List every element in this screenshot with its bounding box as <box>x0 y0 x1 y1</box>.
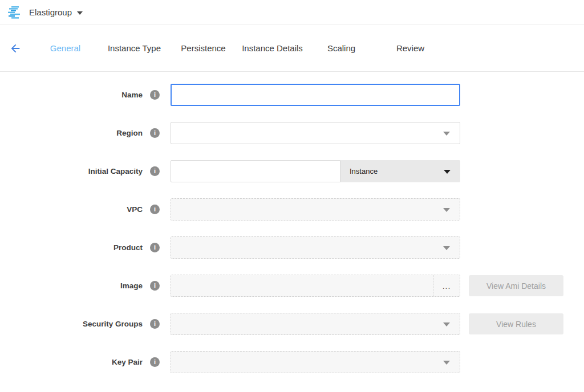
product-select[interactable] <box>171 236 460 259</box>
tab-general[interactable]: General <box>31 43 100 53</box>
info-icon[interactable]: i <box>150 319 160 329</box>
tab-review[interactable]: Review <box>376 43 445 53</box>
tab-scaling[interactable]: Scaling <box>307 43 376 53</box>
field-row-initial-capacity: Initial Capacity i Instance <box>0 160 584 182</box>
info-icon[interactable]: i <box>150 166 160 176</box>
view-rules-button[interactable]: View Rules <box>469 313 563 334</box>
field-row-name: Name i <box>0 84 584 106</box>
chevron-down-icon <box>77 11 83 15</box>
app-switcher[interactable]: Elastigroup <box>8 6 83 19</box>
chevron-down-icon <box>443 246 450 250</box>
arrow-left-icon <box>9 42 22 55</box>
view-ami-details-button[interactable]: View Ami Details <box>469 275 563 296</box>
capacity-unit-select[interactable]: Instance <box>340 160 460 182</box>
field-row-product: Product i <box>0 236 584 259</box>
name-input[interactable] <box>171 84 460 106</box>
general-settings-form: Name i Region i Initial Capacity i <box>0 72 584 373</box>
key-pair-label: Key Pair <box>112 358 143 366</box>
back-button[interactable] <box>0 42 31 55</box>
name-label: Name <box>121 91 143 99</box>
field-row-image: Image i ... View Ami Details <box>0 275 584 297</box>
image-label: Image <box>120 281 143 290</box>
info-icon[interactable]: i <box>150 281 160 291</box>
product-label: Product <box>113 243 143 252</box>
app-bar: Elastigroup <box>0 0 584 25</box>
chevron-down-icon <box>443 132 450 136</box>
initial-capacity-input[interactable] <box>171 160 340 182</box>
field-row-key-pair: Key Pair i <box>0 351 584 373</box>
security-groups-select[interactable] <box>171 313 460 335</box>
info-icon[interactable]: i <box>150 243 160 252</box>
chevron-down-icon <box>443 208 450 212</box>
region-select[interactable] <box>171 122 460 144</box>
info-icon[interactable]: i <box>150 357 160 367</box>
chevron-down-icon <box>443 322 450 326</box>
key-pair-select[interactable] <box>171 351 460 373</box>
info-icon[interactable]: i <box>150 90 160 100</box>
chevron-down-icon <box>443 361 450 365</box>
field-row-vpc: VPC i <box>0 198 584 220</box>
info-icon[interactable]: i <box>150 205 160 214</box>
info-icon[interactable]: i <box>150 128 160 138</box>
image-browse-button[interactable]: ... <box>433 275 460 296</box>
tab-instance-type[interactable]: Instance Type <box>100 43 169 53</box>
chevron-down-icon <box>444 170 451 174</box>
wizard-tab-bar: General Instance Type Persistence Instan… <box>0 25 584 72</box>
image-input[interactable]: ... <box>171 275 460 297</box>
field-row-security-groups: Security Groups i View Rules <box>0 313 584 335</box>
region-label: Region <box>116 129 143 137</box>
security-groups-label: Security Groups <box>83 320 143 328</box>
vpc-label: VPC <box>127 205 143 214</box>
tab-instance-details[interactable]: Instance Details <box>238 43 307 53</box>
field-row-region: Region i <box>0 122 584 144</box>
elastigroup-logo-icon <box>8 6 23 19</box>
capacity-unit-value: Instance <box>350 167 378 175</box>
image-value <box>171 275 433 296</box>
initial-capacity-label: Initial Capacity <box>88 167 143 175</box>
vpc-select[interactable] <box>171 198 460 220</box>
app-title: Elastigroup <box>29 7 72 17</box>
tab-persistence[interactable]: Persistence <box>169 43 238 53</box>
